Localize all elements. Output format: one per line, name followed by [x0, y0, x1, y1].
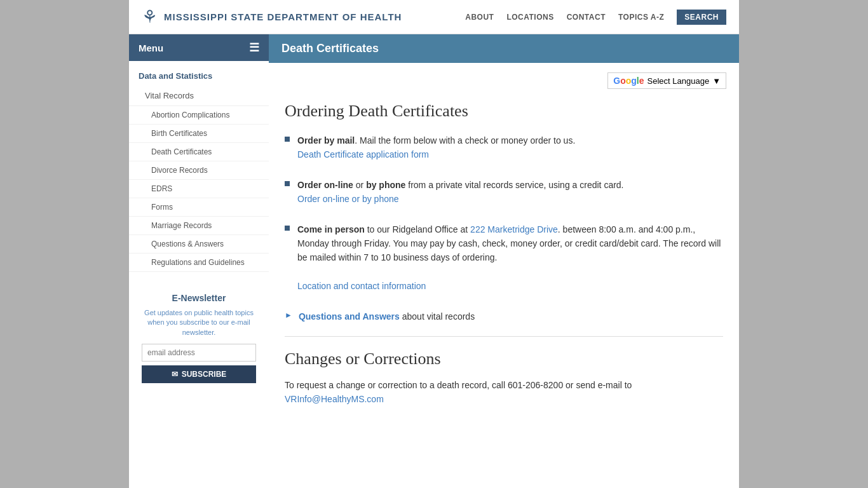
lang-selector-row: Google Select Language ▼: [269, 72, 739, 95]
header-nav: About Locations Contact Topics A-Z Searc…: [465, 10, 726, 25]
subscribe-button[interactable]: ✉ SUBSCRIBE: [142, 365, 256, 383]
address-link[interactable]: 222 Marketridge Drive: [470, 224, 558, 234]
content-area: Death Certificates Google Select Languag…: [269, 34, 739, 479]
menu-bar[interactable]: Menu ☰: [129, 34, 269, 61]
bullet-icon: [285, 181, 290, 186]
lang-selector-label: Select Language: [648, 76, 710, 86]
order-in-person: Come in person to our Ridgeland Office a…: [285, 222, 723, 294]
qa-suffix: about vital records: [400, 311, 475, 322]
order-by-mail: Order by mail. Mail the form below with …: [285, 133, 723, 162]
nav-locations[interactable]: Locations: [506, 13, 553, 22]
order-mail-text: Order by mail. Mail the form below with …: [297, 133, 575, 162]
bullet-icon: [285, 137, 290, 142]
order-mail-bold: Order by mail: [297, 135, 355, 146]
nav-topics-az[interactable]: Topics A-Z: [618, 13, 664, 22]
sidebar-item-divorce-records[interactable]: Divorce Records: [129, 161, 269, 180]
sidebar-item-questions-answers[interactable]: Questions & Answers: [129, 235, 269, 254]
order-mail-suffix: . Mail the form below with a check or mo…: [355, 135, 575, 146]
order-online-or: or: [353, 180, 366, 190]
sidebar-item-birth-certificates[interactable]: Birth Certificates: [129, 125, 269, 143]
nav-contact[interactable]: Contact: [567, 13, 606, 22]
qa-text: Questions and Answers about vital record…: [299, 309, 475, 323]
enewsletter-box: E-Newsletter Get updates on public healt…: [135, 287, 262, 390]
logo-area: ⚘ Mississippi State Department of Health: [142, 6, 402, 27]
search-button[interactable]: Search: [677, 10, 726, 25]
sidebar-section-title: Data and Statistics: [129, 66, 269, 86]
content-body: Ordering Death Certificates Order by mai…: [269, 95, 739, 423]
order-online-bold2: by phone: [366, 180, 405, 190]
order-online-suffix: from a private vital records service, us…: [405, 180, 623, 190]
sidebar-item-regulations-guidelines[interactable]: Regulations and Guidelines: [129, 254, 269, 272]
subscribe-label: SUBSCRIBE: [182, 370, 227, 379]
section-divider: [285, 336, 723, 337]
qa-link[interactable]: Questions and Answers: [299, 311, 400, 322]
nav-about[interactable]: About: [465, 13, 494, 22]
hamburger-icon: ☰: [249, 41, 259, 55]
location-contact-link[interactable]: Location and contact information: [297, 281, 426, 291]
sidebar-item-marriage-records[interactable]: Marriage Records: [129, 217, 269, 235]
sidebar: Menu ☰ Data and Statistics Vital Records…: [129, 34, 269, 479]
order-in-person-text: Come in person to our Ridgeland Office a…: [297, 222, 723, 294]
content-header: Death Certificates: [269, 34, 739, 63]
page-title: Ordering Death Certificates: [285, 102, 723, 121]
enewsletter-description: Get updates on public health topics when…: [142, 308, 256, 337]
bullet-icon: [285, 226, 290, 231]
order-in-person-bold: Come in person: [297, 224, 365, 234]
sidebar-item-vital-records[interactable]: Vital Records: [129, 86, 269, 106]
order-online-text: Order on-line or by phone from a private…: [297, 178, 624, 207]
arrow-icon: ►: [285, 311, 292, 320]
sidebar-nav: Data and Statistics Vital Records Aborti…: [129, 61, 269, 277]
main-layout: Menu ☰ Data and Statistics Vital Records…: [129, 34, 739, 479]
chevron-down-icon: ▼: [712, 76, 721, 86]
qa-item: ► Questions and Answers about vital reco…: [285, 309, 723, 323]
sidebar-item-abortion-complications[interactable]: Abortion Complications: [129, 106, 269, 125]
sidebar-item-edrs[interactable]: EDRS: [129, 180, 269, 198]
email-icon: ✉: [172, 370, 178, 379]
enewsletter-title: E-Newsletter: [142, 293, 256, 303]
vrinfo-email-link[interactable]: VRInfo@HealthyMS.com: [285, 394, 384, 404]
email-input[interactable]: [142, 344, 256, 362]
language-selector[interactable]: Google Select Language ▼: [607, 72, 726, 89]
sidebar-item-death-certificates[interactable]: Death Certificates: [129, 143, 269, 161]
order-online-link[interactable]: Order on-line or by phone: [297, 194, 399, 204]
section2-prefix: To request a change or correction to a d…: [285, 380, 632, 390]
order-online-bold1: Order on-line: [297, 180, 353, 190]
section2-text: To request a change or correction to a d…: [285, 378, 723, 407]
death-cert-form-link[interactable]: Death Certificate application form: [297, 149, 429, 159]
site-header: ⚘ Mississippi State Department of Health…: [129, 0, 739, 34]
order-online: Order on-line or by phone from a private…: [285, 178, 723, 207]
menu-label: Menu: [139, 43, 163, 53]
google-icon: Google: [613, 76, 644, 86]
sidebar-item-forms[interactable]: Forms: [129, 198, 269, 217]
site-logo-icon: ⚘: [142, 6, 158, 27]
site-title: Mississippi State Department of Health: [164, 11, 402, 22]
section2-title: Changes or Corrections: [285, 349, 723, 369]
order-in-person-text1: to our Ridgeland Office at: [365, 224, 470, 234]
